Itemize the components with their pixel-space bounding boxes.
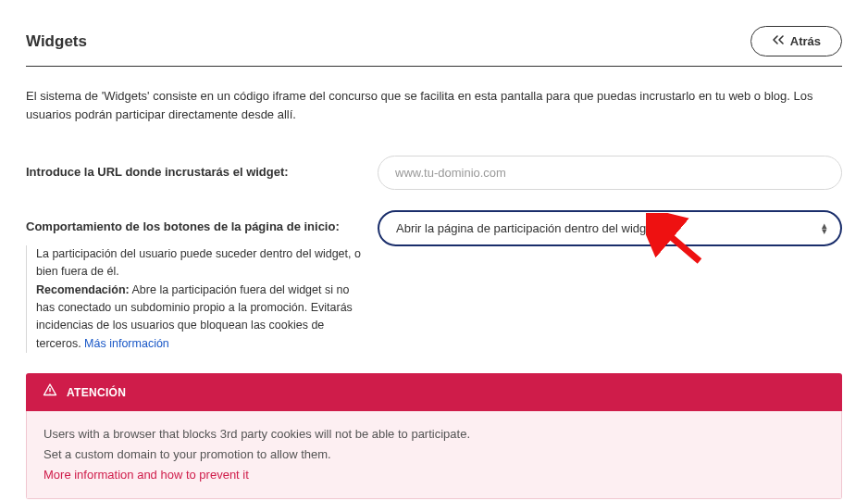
alert-line-2: Set a custom domain to your promotion to… <box>43 445 825 465</box>
attention-alert: ATENCIÓN Users with a browser that block… <box>26 373 842 499</box>
chevrons-left-icon <box>772 34 785 48</box>
url-input[interactable] <box>378 156 842 190</box>
url-field-label: Introduce la URL donde incrustarás el wi… <box>26 156 378 182</box>
alert-more-info-link[interactable]: More information and how to prevent it <box>43 468 249 482</box>
back-button[interactable]: Atrás <box>750 26 842 56</box>
svg-point-2 <box>49 393 50 394</box>
page-title: Widgets <box>26 30 87 54</box>
back-button-label: Atrás <box>790 34 821 48</box>
behavior-helper-text: La participación del usuario puede suced… <box>26 245 368 353</box>
warning-icon <box>43 382 57 402</box>
helper-more-info-link[interactable]: Más información <box>84 337 169 350</box>
helper-line-1: La participación del usuario puede suced… <box>36 247 361 278</box>
alert-title: ATENCIÓN <box>67 384 126 401</box>
intro-text: El sistema de 'Widgets' consiste en un c… <box>26 87 842 124</box>
helper-strong: Recomendación: <box>36 283 130 296</box>
alert-line-1: Users with a browser that blocks 3rd par… <box>43 424 825 445</box>
behavior-field-label: Comportamiento de los botones de la pági… <box>26 210 378 236</box>
behavior-select[interactable]: Abrir la página de participación dentro … <box>378 210 842 246</box>
